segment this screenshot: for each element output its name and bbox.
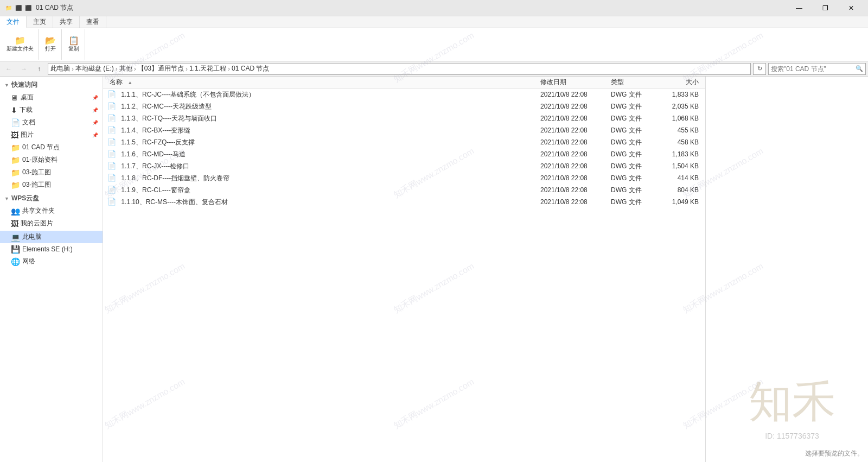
file-size: 804 KB — [658, 186, 701, 194]
title-bar-icons: 📁 ⬛ ⬛ — [4, 4, 33, 12]
breadcrumb-disk[interactable]: 本地磁盘 (E:) — [75, 64, 114, 73]
table-row[interactable]: 📄 1.1.2、RC-MC----天花跌级造型 2021/10/8 22:08 … — [103, 100, 705, 112]
sidebar-item-cad-nodes[interactable]: 📁 01 CAD 节点 — [0, 141, 103, 154]
folder-icon-1: 📁 — [11, 143, 20, 152]
sidebar-item-construction-2[interactable]: 📁 03-施工图 — [0, 179, 103, 191]
search-icon[interactable]: 🔍 — [856, 65, 863, 72]
sidebar-header-wps[interactable]: ▼ WPS云盘 — [0, 192, 103, 205]
sidebar-section-quick-access: ▼ 快速访问 🖥 桌面 📌 ⬇ 下载 📌 📄 文档 📌 🖼 图片 � — [0, 79, 103, 191]
table-row[interactable]: 📄 1.1.4、RC-BX----变形缝 2021/10/8 22:08 DWG… — [103, 124, 705, 136]
tab-share[interactable]: 共享 — [53, 16, 80, 28]
documents-icon: 📄 — [11, 118, 20, 127]
table-row[interactable]: 📄 1.1.10、RC-MS----木饰面、复合石材 2021/10/8 22:… — [103, 196, 705, 208]
table-row[interactable]: 📄 1.1.8、RC-DF----挡烟垂壁、防火卷帘 2021/10/8 22:… — [103, 172, 705, 184]
sidebar-item-downloads[interactable]: ⬇ 下载 📌 — [0, 104, 103, 116]
sidebar-item-original-data[interactable]: 📁 01-原始资料 — [0, 154, 103, 166]
col-header-date[interactable]: 修改日期 — [538, 78, 569, 86]
file-list-header: 名称 ▲ 修改日期 类型 大小 — [103, 77, 705, 88]
file-type: DWG 文件 — [609, 162, 658, 171]
col-header-size[interactable]: 大小 — [684, 78, 701, 86]
ribbon: 文件 主页 共享 查看 📁 新建文件夹 📂 打开 📋 复制 — [0, 16, 868, 61]
window-title: 01 CAD 节点 — [36, 3, 73, 12]
breadcrumb-other[interactable]: 其他 — [119, 64, 132, 73]
sidebar-item-pictures[interactable]: 🖼 图片 📌 — [0, 129, 103, 141]
downloads-icon: ⬇ — [11, 106, 17, 115]
file-size: 1,833 KB — [658, 91, 701, 98]
ribbon-group-open: 📂 打开 — [40, 29, 62, 60]
sidebar-item-this-pc[interactable]: 💻 此电脑 — [0, 231, 103, 243]
up-button[interactable]: ↑ — [33, 62, 46, 75]
table-row[interactable]: 📄 1.1.6、RC-MD----马道 2021/10/8 22:08 DWG … — [103, 148, 705, 160]
breadcrumb-03[interactable]: 【03】通用节点 — [138, 64, 184, 73]
table-row[interactable]: 📄 1.1.9、RC-CL----窗帘盒 2021/10/8 22:08 DWG… — [103, 184, 705, 196]
sidebar-item-cloud-pics[interactable]: 🖼 我的云图片 — [0, 217, 103, 230]
tab-view[interactable]: 查看 — [80, 16, 106, 28]
main-layout: ▼ 快速访问 🖥 桌面 📌 ⬇ 下载 📌 📄 文档 📌 🖼 图片 � — [0, 77, 868, 462]
pin-icon-dl: 📌 — [92, 107, 98, 113]
tab-file[interactable]: 文件 — [0, 16, 27, 28]
forward-button[interactable]: → — [17, 62, 30, 75]
table-row[interactable]: 📄 1.1.7、RC-JX----检修口 2021/10/8 22:08 DWG… — [103, 160, 705, 172]
pin-icon-pic: 📌 — [92, 132, 98, 138]
close-button[interactable]: ✕ — [839, 0, 864, 16]
sidebar-item-desktop[interactable]: 🖥 桌面 📌 — [0, 91, 103, 104]
ribbon-group-nav: 📁 新建文件夹 — [2, 29, 39, 60]
file-date: 2021/10/8 22:08 — [538, 138, 609, 146]
icon-btn-2[interactable]: ⬛ — [24, 4, 33, 12]
table-row[interactable]: 📄 1.1.3、RC-TQ----天花与墙面收口 2021/10/8 22:08… — [103, 112, 705, 124]
file-type: DWG 文件 — [609, 198, 658, 207]
sidebar-item-network[interactable]: 🌐 网络 — [0, 255, 103, 268]
maximize-button[interactable]: ❐ — [813, 0, 838, 16]
tab-home[interactable]: 主页 — [27, 16, 53, 28]
file-type: DWG 文件 — [609, 114, 658, 123]
col-header-name[interactable]: 名称 — [107, 78, 125, 86]
file-size: 414 KB — [658, 174, 701, 182]
ribbon-tabs: 文件 主页 共享 查看 — [0, 16, 868, 28]
pictures-icon: 🖼 — [11, 131, 18, 140]
dwg-file-icon: 📄 — [107, 186, 116, 194]
open-icon: 📂 — [45, 36, 56, 45]
preview-panel: 选择要预览的文件。 — [705, 77, 868, 462]
dwg-file-icon: 📄 — [107, 162, 116, 170]
folder-icon-3: 📁 — [11, 168, 20, 177]
icon-btn-1[interactable]: ⬛ — [14, 4, 23, 12]
sidebar: ▼ 快速访问 🖥 桌面 📌 ⬇ 下载 📌 📄 文档 📌 🖼 图片 � — [0, 77, 103, 462]
file-name-text: 1.1.1、RC-JC----基础系统（不包含面层做法） — [121, 91, 255, 98]
sidebar-header-quick-access[interactable]: ▼ 快速访问 — [0, 79, 103, 91]
title-bar: 📁 ⬛ ⬛ 01 CAD 节点 — ❐ ✕ — [0, 0, 868, 16]
search-input[interactable] — [771, 65, 856, 73]
sidebar-item-documents[interactable]: 📄 文档 📌 — [0, 116, 103, 129]
elements-icon: 💾 — [11, 245, 20, 254]
file-name-text: 1.1.6、RC-MD----马道 — [121, 150, 186, 158]
ribbon-new-folder[interactable]: 📁 新建文件夹 — [4, 35, 36, 54]
file-date: 2021/10/8 22:08 — [538, 126, 609, 134]
col-header-type[interactable]: 类型 — [609, 78, 626, 86]
sidebar-item-shared-folder[interactable]: 👥 共享文件夹 — [0, 205, 103, 217]
breadcrumb-current[interactable]: 01 CAD 节点 — [232, 64, 269, 73]
ribbon-copy[interactable]: 📋 复制 — [65, 35, 82, 54]
table-row[interactable]: 📄 1.1.1、RC-JC----基础系统（不包含面层做法） 2021/10/8… — [103, 88, 705, 100]
file-name-text: 1.1.3、RC-TQ----天花与墙面收口 — [121, 115, 217, 122]
pin-icon-doc: 📌 — [92, 120, 98, 125]
file-name-text: 1.1.5、RC-FZQ----反支撑 — [121, 138, 195, 146]
file-type: DWG 文件 — [609, 138, 658, 147]
table-row[interactable]: 📄 1.1.5、RC-FZQ----反支撑 2021/10/8 22:08 DW… — [103, 136, 705, 148]
dwg-file-icon: 📄 — [107, 126, 116, 134]
dwg-file-icon: 📄 — [107, 90, 116, 98]
file-date: 2021/10/8 22:08 — [538, 150, 609, 158]
file-date: 2021/10/8 22:08 — [538, 115, 609, 122]
refresh-button[interactable]: ↻ — [753, 63, 766, 75]
back-button[interactable]: ← — [2, 62, 15, 75]
breadcrumb-bar[interactable]: 此电脑 › 本地磁盘 (E:) › 其他 › 【03】通用节点 › 1.1.天花… — [48, 63, 751, 75]
file-name-text: 1.1.7、RC-JX----检修口 — [121, 162, 189, 170]
minimize-button[interactable]: — — [787, 0, 812, 16]
sidebar-section-wps: ▼ WPS云盘 👥 共享文件夹 🖼 我的云图片 — [0, 192, 103, 230]
sidebar-item-construction-1[interactable]: 📁 03-施工图 — [0, 166, 103, 179]
search-bar[interactable]: 🔍 — [768, 63, 866, 75]
breadcrumb-11[interactable]: 1.1.天花工程 — [189, 64, 226, 73]
sidebar-item-elements[interactable]: 💾 Elements SE (H:) — [0, 243, 103, 255]
dwg-file-icon: 📄 — [107, 102, 116, 110]
breadcrumb-pc[interactable]: 此电脑 — [50, 64, 70, 73]
ribbon-open[interactable]: 📂 打开 — [42, 35, 59, 54]
dwg-file-icon: 📄 — [107, 114, 116, 122]
